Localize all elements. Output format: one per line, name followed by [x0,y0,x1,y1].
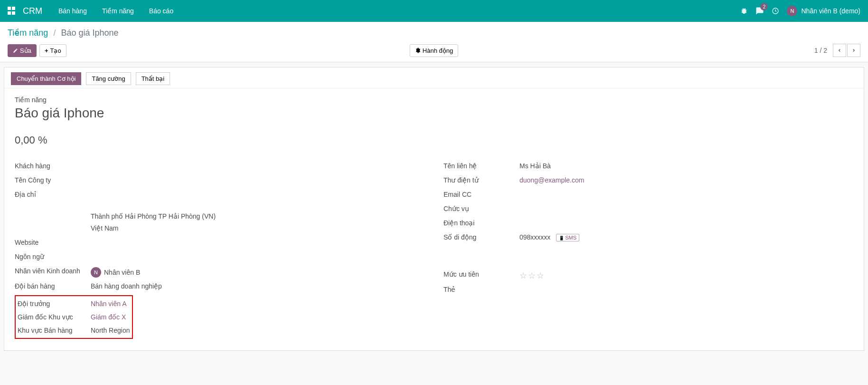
salesperson-avatar: N [91,267,101,278]
label-salesperson: Nhân viên Kinh doanh [15,267,91,275]
label-customer: Khách hàng [15,162,91,170]
edit-label: Sửa [20,47,31,54]
user-menu[interactable]: N Nhân viên B (demo) [787,6,860,16]
right-column: Tên liên hệMs Hải Bà Thư điện tửduong@ex… [443,160,853,339]
highlighted-section: Đội trưởngNhân viên A Giám đốc Khu vựcGi… [15,295,133,339]
breadcrumb-separator: / [50,28,58,38]
label-salesteam: Đội bán hàng [15,282,91,290]
breadcrumb-parent[interactable]: Tiềm năng [8,28,48,38]
label-mobile: Số di động [443,233,519,241]
star-icon[interactable]: ☆ [537,270,545,281]
label-team-leader: Đội trưởng [18,300,91,308]
value-mobile-wrap: 098xxxxxx SMS [519,233,853,241]
label-regional-manager: Giám đốc Khu vực [18,313,91,321]
label-emailcc: Email CC [443,191,519,198]
priority-stars[interactable]: ☆☆☆ [519,270,853,281]
edit-button[interactable]: Sửa [8,44,37,57]
address-line1: Thành phố Hải Phòng TP Hải Phòng (VN) [91,211,425,222]
nav-leads[interactable]: Tiềm năng [95,2,141,19]
action-label: Hành động [423,47,453,54]
value-salesteam: Bán hàng doanh nghiệp [91,282,425,290]
lead-title: Báo giá Iphone [15,106,853,121]
probability: 0,00 % [15,134,853,146]
user-name: Nhân viên B (demo) [801,7,860,15]
label-language: Ngôn ngữ [15,253,91,260]
label-job: Chức vụ [443,205,519,212]
value-email[interactable]: duong@example.com [519,176,853,184]
label-contact: Tên liên hệ [443,162,519,170]
nav-reports[interactable]: Báo cáo [142,2,180,19]
apps-icon[interactable] [8,7,16,15]
create-button[interactable]: + Tạo [39,44,66,57]
label-sales-region: Khu vực Bán hàng [18,327,91,334]
label-phone: Điện thoại [443,219,519,227]
control-panel: Tiềm năng / Báo giá Iphone Sửa + Tạo Hàn… [0,22,868,62]
create-label: Tạo [50,47,61,54]
value-address: Thành phố Hải Phòng TP Hải Phòng (VN) Vi… [91,192,425,234]
toolbar: Sửa + Tạo Hành động 1 / 2 [8,44,860,57]
sms-button[interactable]: SMS [556,234,579,241]
action-button[interactable]: Hành động [410,44,458,57]
user-avatar: N [787,6,797,16]
label-tags: Thẻ [443,286,519,293]
app-title: CRM [23,6,42,16]
form-sheet: Chuyển thành Cơ hội Tăng cường Thất bại … [4,67,864,351]
label-company: Tên Công ty [15,176,91,184]
chat-icon[interactable]: 2 [755,7,764,15]
value-regional-manager[interactable]: Giám đốc X [91,313,130,321]
top-nav: Bán hàng Tiềm năng Báo cáo [52,2,180,19]
star-icon[interactable]: ☆ [519,270,528,281]
breadcrumb: Tiềm năng / Báo giá Iphone [8,28,860,38]
value-sales-region: North Region [91,327,130,334]
salesperson-name: Nhân viên B [104,269,140,276]
left-column: Khách hàng Tên Công ty Địa chỉ Thành phố… [15,160,425,339]
breadcrumb-current: Báo giá Iphone [61,28,118,38]
pager-text: 1 / 2 [814,47,827,54]
label-website: Website [15,239,91,246]
clock-icon[interactable] [772,7,779,15]
lost-button[interactable]: Thất bại [136,72,170,85]
pager-prev[interactable] [833,44,846,57]
chat-badge: 2 [760,3,768,10]
bug-icon[interactable] [740,7,748,15]
topbar-right: 2 N Nhân viên B (demo) [740,6,860,16]
enrich-button[interactable]: Tăng cường [86,72,131,85]
pager-next[interactable] [847,44,860,57]
value-contact: Ms Hải Bà [519,162,853,170]
status-bar: Chuyển thành Cơ hội Tăng cường Thất bại [4,67,864,88]
convert-button[interactable]: Chuyển thành Cơ hội [11,72,81,85]
address-line2: Việt Nam [91,222,425,234]
lead-type-label: Tiềm năng [15,96,853,104]
value-mobile[interactable]: 098xxxxxx [519,233,550,241]
nav-sales[interactable]: Bán hàng [52,2,94,19]
label-email: Thư điện tử [443,176,519,184]
star-icon[interactable]: ☆ [528,270,537,281]
topbar: CRM Bán hàng Tiềm năng Báo cáo 2 N Nhân … [0,0,868,22]
label-address: Địa chỉ [15,191,91,198]
label-priority: Mức ưu tiên [443,270,519,278]
value-team-leader[interactable]: Nhân viên A [91,300,130,308]
value-salesperson: N Nhân viên B [91,267,425,278]
